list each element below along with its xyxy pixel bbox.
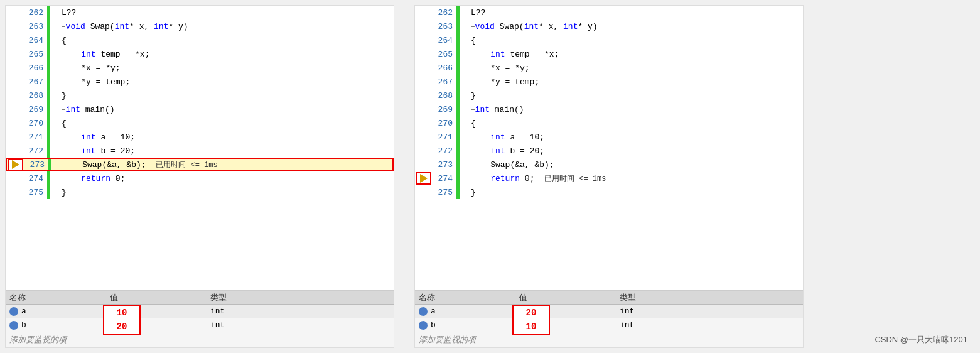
- code-content-272: int b = 20;: [468, 146, 803, 156]
- line-num-270: 270: [433, 119, 456, 128]
- code-line-268: 268}: [6, 89, 394, 102]
- watch-col-val-header: 值: [515, 292, 616, 303]
- code-content-270: {: [468, 119, 803, 128]
- green-bar-268: [456, 89, 460, 102]
- var-name-text-a: a: [21, 307, 26, 316]
- line-arrow-274: [415, 172, 433, 185]
- watch-row-b: b10int: [415, 318, 803, 332]
- watch-rows-container: a20intb10int2010: [415, 305, 803, 332]
- code-line-266: 266 *x = *y;: [415, 61, 803, 75]
- code-line-275: 275}: [415, 185, 803, 199]
- footer-text: CSDN @一只大喵咪1201: [875, 334, 967, 345]
- green-bar-267: [456, 75, 460, 89]
- line-num-271: 271: [433, 133, 456, 142]
- watch-type-b: int: [616, 320, 803, 330]
- green-bar-272: [456, 144, 460, 158]
- code-line-274: 274 return 0; 已用时间 <= 1ms: [415, 171, 803, 185]
- value-highlight-box: 1020: [103, 305, 141, 335]
- watch-col-type-header: 类型: [207, 292, 394, 303]
- left-code-area: 262L??263−void Swap(int* x, int* y)264{2…: [6, 6, 394, 290]
- line-num-264: 264: [23, 36, 47, 45]
- code-content-272: int b = 20;: [59, 146, 394, 156]
- code-line-264: 264{: [6, 33, 394, 47]
- watch-add-text[interactable]: 添加要监视的项: [415, 332, 803, 347]
- var-name-text-b: b: [431, 320, 436, 330]
- watch-name-a: a: [6, 307, 106, 316]
- code-content-268: }: [59, 91, 394, 100]
- code-line-271: 271 int a = 10;: [415, 130, 803, 144]
- green-bar-270: [47, 116, 50, 130]
- line-num-270: 270: [23, 119, 47, 128]
- line-num-275: 275: [23, 188, 47, 197]
- code-line-268: 268}: [415, 89, 803, 102]
- green-bar-274: [47, 171, 50, 185]
- right-watch-table: 名称值类型a20intb10int2010添加要监视的项: [415, 290, 803, 347]
- line-num-272: 272: [23, 146, 47, 156]
- code-content-274: return 0; 已用时间 <= 1ms: [468, 173, 803, 184]
- right-code-area: 262L??263−void Swap(int* x, int* y)264{2…: [415, 6, 803, 290]
- watch-add-text[interactable]: 添加要监视的项: [6, 332, 394, 347]
- green-bar-265: [456, 47, 460, 61]
- green-bar-271: [47, 130, 50, 144]
- line-num-272: 272: [433, 146, 456, 156]
- line-num-266: 266: [433, 63, 456, 73]
- line-num-267: 267: [23, 77, 47, 87]
- code-line-263: 263−void Swap(int* x, int* y): [6, 19, 394, 33]
- line-num-269: 269: [23, 105, 47, 114]
- code-line-262: 262L??: [6, 6, 394, 19]
- watch-type-a: int: [616, 307, 803, 316]
- code-line-272: 272 int b = 20;: [415, 144, 803, 158]
- code-line-267: 267 *y = temp;: [6, 75, 394, 89]
- code-content-274: return 0;: [59, 174, 394, 183]
- green-bar-264: [47, 33, 50, 47]
- code-line-274: 274 return 0;: [6, 171, 394, 185]
- green-bar-263: [456, 19, 460, 33]
- val-box-item-b: 20: [117, 320, 127, 334]
- value-highlight-box: 2010: [512, 305, 550, 335]
- code-line-273: 273 Swap(&a, &b); 已用时间 <= 1ms: [6, 158, 394, 171]
- green-bar-271: [456, 130, 460, 144]
- green-bar-273: [48, 159, 51, 170]
- line-num-263: 263: [23, 22, 47, 31]
- line-num-262: 262: [23, 8, 47, 18]
- line-num-266: 266: [23, 63, 47, 73]
- green-bar-263: [47, 19, 50, 33]
- green-bar-268: [47, 89, 50, 102]
- var-icon-b: [9, 321, 18, 330]
- code-content-271: int a = 10;: [468, 133, 803, 142]
- watch-type-b: int: [207, 320, 394, 330]
- line-num-265: 265: [433, 50, 456, 59]
- watch-header: 名称值类型: [6, 291, 394, 305]
- green-bar-272: [47, 144, 50, 158]
- separator: [394, 0, 407, 353]
- line-num-274: 274: [433, 174, 456, 183]
- watch-col-name-header: 名称: [415, 292, 515, 303]
- green-bar-265: [47, 47, 50, 61]
- green-bar-274: [456, 171, 460, 185]
- code-content-265: int temp = *x;: [59, 50, 394, 59]
- val-box-item-a: 10: [117, 306, 127, 320]
- line-num-273: 273: [433, 160, 456, 170]
- green-bar-262: [47, 6, 50, 19]
- green-bar-264: [456, 33, 460, 47]
- watch-header: 名称值类型: [415, 291, 803, 305]
- green-bar-267: [47, 75, 50, 89]
- watch-col-type-header: 类型: [616, 292, 803, 303]
- var-name-text-b: b: [21, 320, 26, 330]
- left-watch-table: 名称值类型a10intb20int1020添加要监视的项: [6, 290, 394, 347]
- code-content-262: L??: [468, 8, 803, 18]
- code-line-269: 269−int main(): [415, 102, 803, 116]
- code-line-265: 265 int temp = *x;: [6, 47, 394, 61]
- code-line-265: 265 int temp = *x;: [415, 47, 803, 61]
- code-line-264: 264{: [415, 33, 803, 47]
- code-content-266: *x = *y;: [59, 63, 394, 73]
- line-num-273: 273: [24, 160, 48, 170]
- watch-row-b: b20int: [6, 318, 394, 332]
- code-content-264: {: [59, 36, 394, 45]
- code-content-265: int temp = *x;: [468, 50, 803, 59]
- code-content-268: }: [468, 91, 803, 100]
- var-icon-a: [9, 307, 18, 316]
- green-bar-266: [47, 61, 50, 75]
- watch-type-a: int: [207, 307, 394, 316]
- code-content-262: L??: [59, 8, 394, 18]
